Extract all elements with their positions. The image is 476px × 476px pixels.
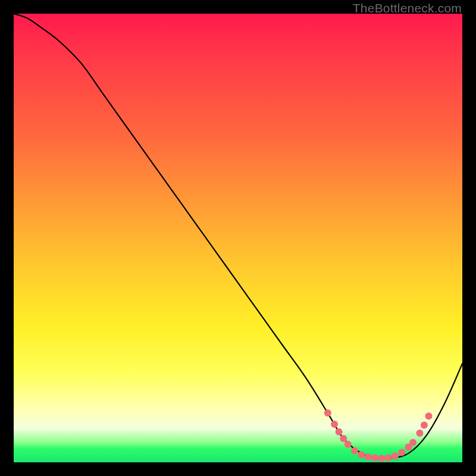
data-marker — [425, 412, 433, 419]
data-marker — [340, 435, 347, 442]
marker-group — [324, 409, 433, 462]
data-marker — [392, 452, 399, 459]
data-marker — [398, 449, 405, 456]
data-marker — [385, 455, 392, 462]
data-marker — [409, 439, 416, 446]
data-marker — [416, 430, 423, 437]
data-marker — [365, 453, 372, 461]
data-marker — [421, 421, 428, 428]
data-marker — [336, 428, 343, 436]
chart-overlay-svg — [14, 14, 462, 462]
data-marker — [358, 451, 365, 458]
data-marker — [331, 421, 338, 428]
data-marker — [324, 409, 331, 416]
data-marker — [345, 441, 352, 448]
data-marker — [378, 455, 385, 462]
chart-frame: TheBottleneck.com — [0, 0, 476, 476]
data-marker — [351, 447, 358, 454]
data-marker — [371, 455, 378, 462]
bottleneck-curve — [14, 14, 462, 459]
